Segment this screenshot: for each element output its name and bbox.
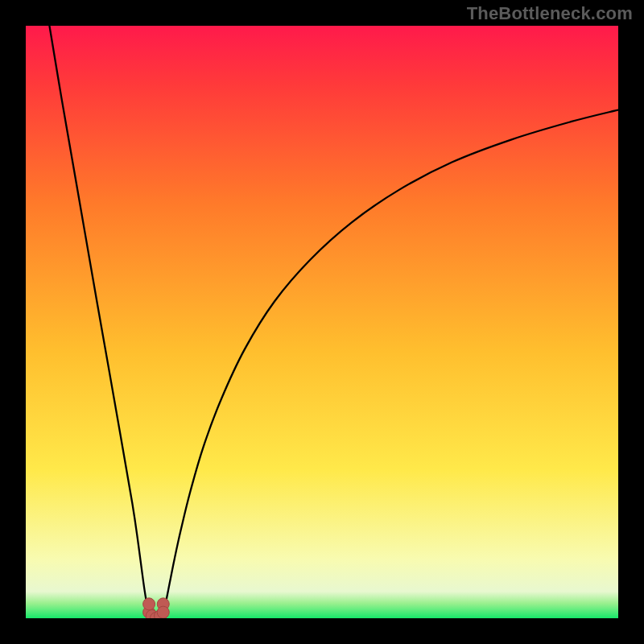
trough-marker xyxy=(157,606,169,618)
watermark-text: TheBottleneck.com xyxy=(467,3,633,24)
gradient-background xyxy=(26,26,618,618)
chart-stage: TheBottleneck.com xyxy=(0,0,644,644)
trough-marker xyxy=(143,598,155,610)
plot-frame xyxy=(26,26,618,618)
bottleneck-chart xyxy=(26,26,618,618)
